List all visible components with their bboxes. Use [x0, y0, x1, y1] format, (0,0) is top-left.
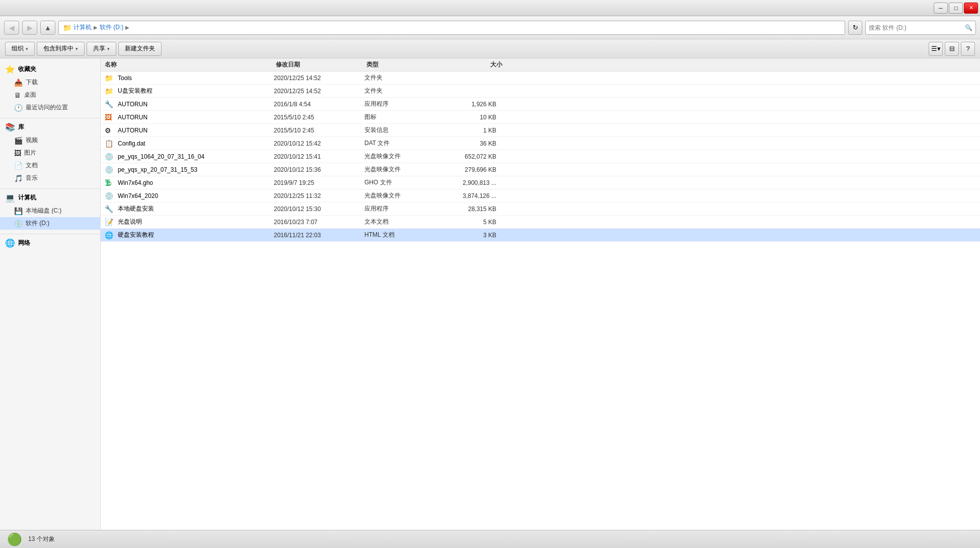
new-folder-button[interactable]: 新建文件夹	[118, 42, 162, 56]
status-icon: 🟢	[7, 532, 22, 546]
file-size: 1,926 KB	[435, 101, 500, 108]
table-row[interactable]: 🗜 Win7x64.gho 2019/9/7 19:25 GHO 文件 2,90…	[101, 176, 980, 189]
file-name: Tools	[118, 75, 274, 82]
sidebar-header-computer[interactable]: 💻 计算机	[0, 191, 100, 204]
sidebar-item-recent[interactable]: 🕐 最近访问的位置	[0, 101, 100, 114]
table-row[interactable]: 🖼 AUTORUN 2015/5/10 2:45 图标 10 KB	[101, 111, 980, 124]
table-row[interactable]: 💿 pe_yqs_xp_20_07_31_15_53 2020/10/12 15…	[101, 163, 980, 176]
close-button[interactable]: ✕	[964, 3, 978, 14]
file-name: 硬盘安装教程	[118, 231, 274, 239]
file-date: 2020/12/25 14:52	[274, 88, 364, 95]
sidebar-section-network: 🌐 网络	[0, 236, 100, 250]
file-size: 2,900,813 ...	[435, 179, 500, 186]
recent-label: 最近访问的位置	[26, 103, 68, 112]
sidebar-item-pictures[interactable]: 🖼 图片	[0, 147, 100, 159]
view-options-button[interactable]: ☰▾	[929, 42, 943, 56]
sidebar-section-computer: 💻 计算机 💾 本地磁盘 (C:) 💿 软件 (D:)	[0, 191, 100, 230]
dat-icon: 📋	[105, 140, 115, 148]
header-type[interactable]: 类型	[366, 60, 437, 69]
sidebar-item-video[interactable]: 🎬 视频	[0, 134, 100, 147]
drive-d-label: 软件 (D:)	[26, 219, 49, 228]
file-type: 文件夹	[364, 74, 435, 82]
table-row[interactable]: 🔧 本地硬盘安装 2020/10/12 15:30 应用程序 28,315 KB	[101, 202, 980, 216]
search-bar[interactable]: 🔍	[865, 21, 976, 35]
file-name: 本地硬盘安装	[118, 204, 274, 213]
sidebar-header-library[interactable]: 📚 库	[0, 120, 100, 134]
library-label: 库	[18, 123, 24, 131]
preview-pane-button[interactable]: ⊟	[945, 42, 959, 56]
share-button[interactable]: 共享 ▾	[87, 42, 116, 56]
table-row[interactable]: 📁 Tools 2020/12/25 14:52 文件夹	[101, 72, 980, 85]
downloads-label: 下载	[26, 78, 38, 87]
file-type: 光盘映像文件	[364, 165, 435, 174]
breadcrumb-drive[interactable]: 软件 (D:)	[100, 23, 123, 32]
table-row[interactable]: ⚙ AUTORUN 2015/5/10 2:45 安装信息 1 KB	[101, 124, 980, 137]
include-library-label: 包含到库中	[43, 44, 73, 53]
file-date: 2015/5/10 2:45	[274, 127, 364, 134]
table-row[interactable]: 📁 U盘安装教程 2020/12/25 14:52 文件夹	[101, 85, 980, 98]
back-button[interactable]: ◀	[4, 21, 19, 35]
file-date: 2020/12/25 11:32	[274, 192, 364, 199]
navigation-bar: ◀ ▶ ▲ 📁 计算机 ▶ 软件 (D:) ▶ ↻ 🔍	[0, 16, 980, 39]
file-date: 2020/10/12 15:30	[274, 206, 364, 213]
table-row[interactable]: 💿 Win7x64_2020 2020/12/25 11:32 光盘映像文件 3…	[101, 189, 980, 202]
include-library-button[interactable]: 包含到库中 ▾	[37, 42, 85, 56]
up-button[interactable]: ▲	[40, 21, 55, 35]
table-row[interactable]: 📋 Config.dat 2020/10/12 15:42 DAT 文件 36 …	[101, 137, 980, 150]
minimize-button[interactable]: ─	[934, 3, 948, 14]
drive-c-label: 本地磁盘 (C:)	[26, 207, 61, 215]
network-icon: 🌐	[5, 238, 15, 248]
sidebar-header-favorites[interactable]: ⭐ 收藏夹	[0, 62, 100, 76]
sidebar-item-drive-c[interactable]: 💾 本地磁盘 (C:)	[0, 204, 100, 217]
status-bar: 🟢 13 个对象	[0, 530, 980, 548]
sidebar-item-drive-d[interactable]: 💿 软件 (D:)	[0, 217, 100, 230]
breadcrumb-computer[interactable]: 计算机	[73, 23, 92, 32]
file-date: 2020/10/12 15:42	[274, 140, 364, 147]
file-name: Config.dat	[118, 140, 274, 147]
table-row[interactable]: 💿 pe_yqs_1064_20_07_31_16_04 2020/10/12 …	[101, 150, 980, 163]
file-type: 光盘映像文件	[364, 191, 435, 200]
file-date: 2020/12/25 14:52	[274, 75, 364, 82]
header-name[interactable]: 名称	[105, 60, 276, 69]
header-size[interactable]: 大小	[437, 60, 502, 69]
sidebar-section-favorites: ⭐ 收藏夹 📥 下载 🖥 桌面 🕐 最近访问的位置	[0, 62, 100, 114]
iso-icon: 💿	[105, 166, 115, 174]
iso-icon: 💿	[105, 153, 115, 161]
computer-icon: 💻	[5, 193, 15, 202]
exe-icon: 🔧	[105, 100, 115, 108]
file-date: 2016/1/8 4:54	[274, 101, 364, 108]
favorites-icon: ⭐	[5, 64, 15, 74]
folder-icon: 📁	[105, 74, 115, 82]
forward-button[interactable]: ▶	[22, 21, 37, 35]
file-date: 2020/10/12 15:36	[274, 166, 364, 173]
toolbar-right: ☰▾ ⊟ ?	[929, 42, 975, 56]
file-type: 文本文档	[364, 218, 435, 226]
refresh-button[interactable]: ↻	[848, 21, 862, 35]
table-row[interactable]: 🌐 硬盘安装教程 2016/11/21 22:03 HTML 文档 3 KB	[101, 229, 980, 242]
header-date[interactable]: 修改日期	[276, 60, 366, 69]
desktop-icon: 🖥	[14, 91, 21, 99]
file-type: 应用程序	[364, 204, 435, 213]
sidebar-item-documents[interactable]: 📄 文档	[0, 159, 100, 172]
organize-arrow: ▾	[26, 46, 28, 51]
pictures-icon: 🖼	[14, 149, 21, 157]
file-name: Win7x64.gho	[118, 179, 274, 186]
organize-button[interactable]: 组织 ▾	[5, 42, 35, 56]
search-input[interactable]	[869, 24, 963, 31]
breadcrumb-sep-1: ▶	[94, 25, 98, 30]
sidebar-item-music[interactable]: 🎵 音乐	[0, 172, 100, 184]
sidebar-item-downloads[interactable]: 📥 下载	[0, 76, 100, 89]
search-icon: 🔍	[965, 24, 972, 31]
include-library-arrow: ▾	[76, 46, 78, 51]
table-row[interactable]: 🔧 AUTORUN 2016/1/8 4:54 应用程序 1,926 KB	[101, 98, 980, 111]
help-button[interactable]: ?	[961, 42, 975, 56]
file-type: 光盘映像文件	[364, 152, 435, 161]
divider-3	[0, 234, 100, 234]
setup-icon: ⚙	[105, 126, 115, 134]
video-icon: 🎬	[14, 136, 23, 145]
drive-c-icon: 💾	[14, 207, 23, 215]
maximize-button[interactable]: □	[949, 3, 963, 14]
table-row[interactable]: 📝 光盘说明 2016/10/23 7:07 文本文档 5 KB	[101, 216, 980, 229]
sidebar-item-desktop[interactable]: 🖥 桌面	[0, 89, 100, 101]
sidebar-header-network[interactable]: 🌐 网络	[0, 236, 100, 250]
